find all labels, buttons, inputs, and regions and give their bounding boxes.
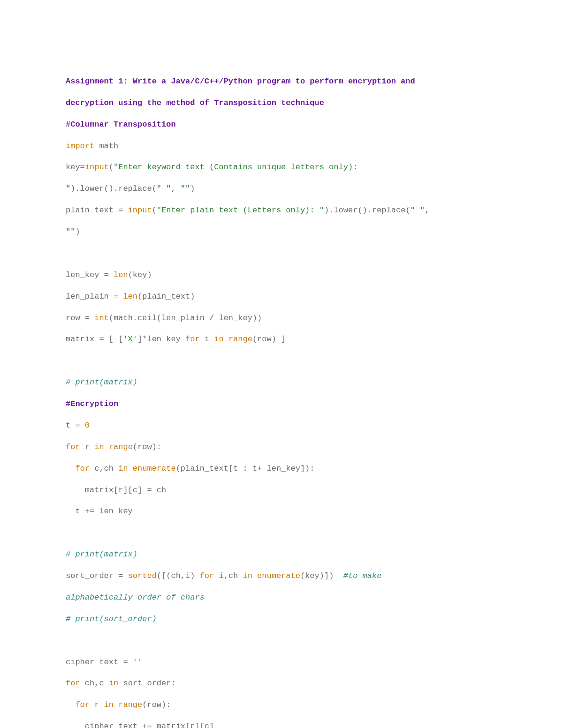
- code-line: cipher_text = '': [66, 657, 497, 668]
- section-header: #Encryption: [66, 399, 497, 410]
- code-line: t += len_key: [66, 506, 497, 517]
- blank-line: [66, 528, 497, 539]
- code-line: for r in range(row):: [66, 442, 497, 453]
- code-line: sort_order = sorted([(ch,i) for i,ch in …: [66, 571, 497, 582]
- code-document: Assignment 1: Write a Java/C/C++/Python …: [0, 0, 563, 728]
- code-line: row = int(math.ceil(len_plain / len_key)…: [66, 313, 497, 324]
- blank-line: [66, 356, 497, 367]
- code-line: len_key = len(key): [66, 270, 497, 281]
- blank-line: [66, 248, 497, 259]
- code-line: plain_text = input("Enter plain text (Le…: [66, 205, 497, 216]
- comment-line: # print(sort_order): [66, 614, 497, 625]
- comment-line: alphabetically order of chars: [66, 593, 497, 603]
- title-line-3: #Columnar Transposition: [66, 120, 497, 130]
- code-line: ").lower().replace(" ", ""): [66, 184, 497, 195]
- title-line-1: Assignment 1: Write a Java/C/C++/Python …: [66, 76, 497, 87]
- code-line: matrix = [ ['X']*len_key for i in range(…: [66, 334, 497, 345]
- code-line: for ch,c in sort order:: [66, 678, 497, 689]
- code-line: cipher_text += matrix[r][c]: [66, 721, 497, 728]
- comment-line: # print(matrix): [66, 549, 497, 560]
- code-line: t = 0: [66, 420, 497, 431]
- comment-line: # print(matrix): [66, 377, 497, 388]
- code-line: matrix[r][c] = ch: [66, 485, 497, 496]
- title-line-2: decryption using the method of Transposi…: [66, 98, 497, 109]
- code-line: len_plain = len(plain_text): [66, 292, 497, 302]
- code-line: key=input("Enter keyword text (Contains …: [66, 162, 497, 173]
- code-line: for c,ch in enumerate(plain_text[t : t+ …: [66, 464, 497, 474]
- code-line: import math: [66, 141, 497, 152]
- blank-line: [66, 636, 497, 646]
- code-line: ""): [66, 227, 497, 238]
- code-line: for r in range(row):: [66, 700, 497, 711]
